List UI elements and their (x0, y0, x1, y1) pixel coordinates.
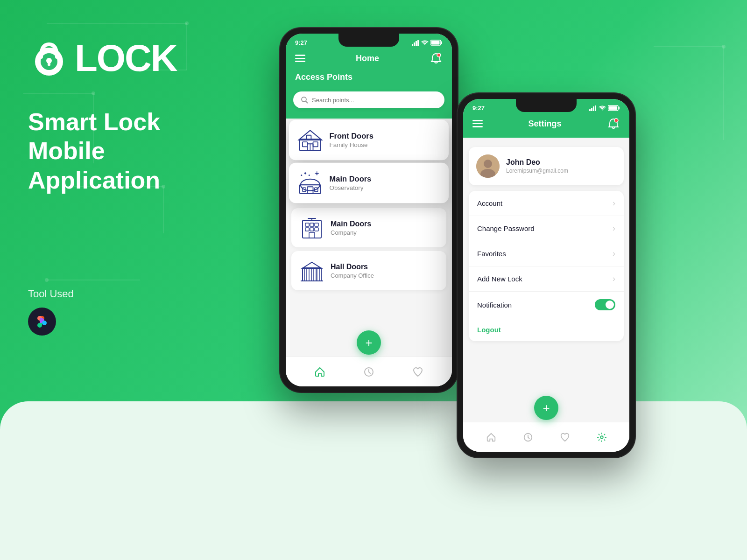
settings-logout[interactable]: Logout (469, 318, 624, 341)
user-profile-card: John Deo Loremipsum@gmail.com (469, 147, 624, 185)
svg-rect-40 (303, 142, 307, 147)
nav-favorites-settings-icon[interactable] (558, 430, 572, 444)
settings-favorites[interactable]: Favorites › (469, 241, 624, 266)
phone-settings: 9:27 (458, 93, 635, 457)
phone-home-notch (338, 34, 399, 47)
add-lock-chevron: › (613, 274, 615, 284)
svg-rect-56 (305, 223, 309, 226)
favorites-chevron: › (613, 249, 615, 259)
nav-favorites-icon[interactable] (411, 365, 425, 379)
svg-rect-44 (306, 135, 311, 139)
hamburger-icon[interactable] (295, 53, 305, 64)
settings-account[interactable]: Account › (469, 191, 624, 216)
battery-icon-settings (608, 105, 620, 111)
search-bar[interactable] (293, 91, 444, 108)
status-time-settings: 9:27 (472, 105, 485, 112)
settings-title: Settings (528, 119, 561, 129)
notification-toggle[interactable] (595, 299, 615, 310)
access-info-hall-doors: Hall Doors Company Office (331, 263, 439, 279)
svg-rect-61 (315, 228, 318, 231)
search-input[interactable] (312, 97, 437, 104)
status-icons-settings (589, 105, 620, 111)
svg-rect-71 (317, 269, 319, 281)
building-hall-icon (299, 258, 325, 284)
svg-rect-76 (593, 106, 594, 111)
user-info: John Deo Loremipsum@gmail.com (506, 158, 568, 174)
svg-point-48 (304, 172, 306, 174)
settings-add-new-lock[interactable]: Add New Lock › (469, 266, 624, 292)
signal-icon-settings (589, 105, 597, 111)
fab-plus-settings-icon: + (543, 402, 550, 414)
settings-list: Account › Change Password › Favorites › (469, 191, 624, 341)
account-chevron: › (613, 198, 615, 208)
nav-history-icon[interactable] (362, 365, 376, 379)
access-item-main-doors-observatory[interactable]: Main Doors Observatory (289, 163, 449, 203)
svg-point-81 (614, 119, 618, 122)
svg-rect-60 (310, 228, 314, 231)
svg-rect-58 (315, 223, 318, 226)
access-item-hall-doors[interactable]: Hall Doors Company Office (291, 251, 446, 290)
phone-home-screen: 9:27 (286, 34, 452, 386)
svg-rect-28 (412, 44, 413, 46)
hamburger-settings-icon[interactable] (472, 118, 483, 129)
access-info-main-doors-company: Main Doors Company (331, 220, 439, 236)
svg-rect-57 (310, 223, 314, 226)
change-password-chevron: › (613, 224, 615, 233)
logout-label: Logout (477, 326, 501, 334)
fab-button-home[interactable]: + (357, 330, 381, 355)
phones-container: 9:27 (233, 0, 747, 560)
status-icons-home (412, 40, 443, 46)
bell-icon-settings[interactable] (607, 117, 620, 130)
settings-change-password[interactable]: Change Password › (469, 216, 624, 241)
svg-line-37 (306, 101, 308, 103)
battery-icon (430, 40, 443, 46)
svg-rect-29 (414, 42, 415, 46)
svg-rect-70 (314, 269, 316, 281)
phone-home-frame: 9:27 (280, 28, 458, 392)
svg-rect-59 (305, 228, 309, 231)
svg-point-49 (309, 175, 310, 176)
svg-rect-77 (595, 105, 596, 111)
fab-plus-icon: + (365, 336, 372, 349)
figma-icon (28, 308, 56, 336)
bell-icon-home[interactable] (430, 52, 443, 65)
phone-settings-screen: 9:27 (463, 99, 629, 452)
access-item-main-doors-company[interactable]: Main Doors Company (291, 208, 446, 247)
app-title: Smart Lock Mobile Application (28, 107, 243, 195)
nav-home-settings-icon[interactable] (484, 430, 498, 444)
bottom-nav-settings (463, 422, 629, 452)
signal-icon (412, 40, 419, 46)
logo-text: LOCK (75, 40, 177, 77)
svg-rect-68 (304, 269, 307, 281)
nav-home-icon[interactable] (313, 365, 327, 379)
access-item-front-doors-family[interactable]: Front Doors Family House (289, 120, 449, 161)
svg-point-83 (484, 160, 492, 168)
settings-header: Settings (463, 113, 629, 138)
svg-rect-62 (309, 232, 315, 238)
svg-point-86 (600, 436, 603, 439)
tool-used-label: Tool Used (28, 288, 243, 300)
bottom-nav-home (286, 357, 452, 386)
settings-notification[interactable]: Notification (469, 292, 624, 318)
svg-point-27 (42, 321, 47, 325)
wifi-icon-settings (599, 105, 606, 111)
user-name: John Deo (506, 158, 568, 167)
settings-screen-content: 9:27 (463, 99, 629, 452)
phone-settings-notch (516, 99, 577, 112)
search-icon (301, 96, 308, 104)
favorites-label: Favorites (477, 250, 506, 258)
nav-history-settings-icon[interactable] (521, 430, 535, 444)
access-info-front-doors-family: Front Doors Family House (330, 132, 441, 148)
svg-point-35 (437, 53, 441, 57)
svg-rect-75 (591, 108, 592, 111)
phone-settings-frame: 9:27 (458, 93, 635, 457)
status-time-home: 9:27 (295, 39, 307, 46)
logo-container: LOCK (28, 37, 243, 79)
svg-rect-31 (417, 40, 419, 46)
svg-rect-80 (609, 106, 617, 110)
user-email: Loremipsum@gmail.com (506, 168, 568, 174)
nav-settings-icon[interactable] (595, 430, 609, 444)
svg-rect-79 (619, 107, 620, 110)
svg-rect-74 (589, 109, 591, 111)
fab-button-settings[interactable]: + (534, 396, 558, 420)
